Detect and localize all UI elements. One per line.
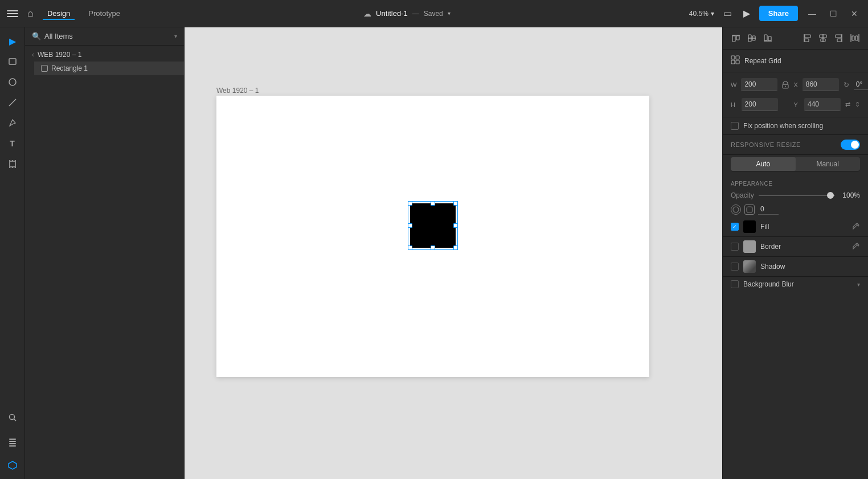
text-tool[interactable]: T [3, 134, 22, 153]
layers-search-bar: 🔍 All Items ▾ [25, 27, 184, 46]
bg-blur-expand-icon[interactable]: ▾ [857, 281, 860, 288]
home-button[interactable]: ⌂ [27, 7, 34, 19]
align-right-icon[interactable] [833, 32, 845, 44]
zoom-tool[interactable] [3, 408, 22, 427]
svg-rect-45 [747, 207, 752, 212]
align-left-icon[interactable] [801, 32, 813, 44]
minimize-button[interactable]: — [805, 8, 820, 19]
opacity-row: Opacity 100% [723, 189, 868, 202]
layer-group: ‹ WEB 1920 – 1 Rectangle 1 [25, 46, 184, 77]
topbar: ⌂ Design Prototype ☁ Untitled-1 — Saved … [0, 0, 868, 27]
align-center-h-icon[interactable] [817, 32, 829, 44]
artboard-label: Web 1920 – 1 [216, 87, 259, 95]
shadow-color-swatch[interactable] [743, 260, 756, 273]
handle-bot-mid[interactable] [431, 245, 435, 250]
svg-rect-26 [805, 39, 809, 42]
fill-checkbox[interactable] [731, 223, 739, 231]
x-input[interactable] [803, 78, 839, 91]
zoom-control[interactable]: 40.5% ▾ [689, 10, 714, 18]
w-label: W [731, 81, 736, 88]
width-input[interactable] [741, 78, 777, 91]
artboard-tool[interactable] [3, 155, 22, 173]
border-color-swatch[interactable] [743, 240, 756, 253]
resize-manual-tab[interactable]: Manual [796, 157, 861, 171]
shadow-label: Shadow [760, 263, 860, 271]
svg-rect-3 [10, 161, 15, 167]
svg-rect-32 [837, 39, 841, 42]
doc-dropdown[interactable]: ▾ [448, 10, 451, 17]
handle-bot-left[interactable] [408, 245, 412, 250]
distribute-h-icon[interactable] [849, 32, 861, 44]
resize-auto-tab[interactable]: Auto [731, 157, 796, 171]
svg-rect-14 [9, 439, 16, 440]
opacity-thumb [827, 192, 834, 199]
fill-eyedropper-icon[interactable] [852, 222, 860, 232]
rectangle-fill [410, 203, 456, 248]
layer-back-button[interactable]: ‹ [32, 51, 34, 59]
shadow-checkbox[interactable] [731, 263, 739, 271]
layer-item-name: Rectangle 1 [51, 64, 88, 72]
menu-button[interactable] [7, 8, 18, 19]
height-input[interactable] [742, 98, 778, 111]
fill-row: Fill [723, 217, 868, 237]
svg-point-1 [9, 79, 16, 85]
close-button[interactable]: ✕ [847, 8, 861, 19]
fix-position-checkbox[interactable] [731, 122, 739, 130]
opacity-slider[interactable] [759, 195, 835, 196]
bg-blur-label: Background Blur [743, 280, 853, 288]
selected-element-wrapper[interactable] [410, 203, 456, 248]
rotate-input[interactable] [854, 79, 868, 90]
handle-top-right[interactable] [453, 201, 458, 206]
border-radius-input[interactable] [758, 204, 779, 215]
ellipse-tool[interactable] [3, 73, 22, 91]
layer-group-header[interactable]: ‹ WEB 1920 – 1 [25, 48, 184, 62]
handle-mid-right[interactable] [453, 223, 458, 228]
select-tool[interactable]: ▶ [3, 32, 22, 50]
fill-color-swatch[interactable] [743, 220, 756, 233]
handle-mid-left[interactable] [408, 223, 412, 228]
svg-rect-31 [836, 35, 841, 38]
svg-rect-35 [855, 36, 858, 40]
align-bottom-icon[interactable] [761, 32, 774, 44]
x-label: X [793, 81, 797, 88]
repeat-grid-button[interactable]: Repeat Grid [723, 50, 868, 72]
topbar-left: ⌂ Design Prototype [7, 7, 125, 20]
fix-position-label: Fix position when scrolling [743, 122, 823, 130]
svg-point-43 [785, 85, 786, 87]
maximize-button[interactable]: ☐ [826, 8, 841, 19]
border-eyedropper-icon[interactable] [852, 242, 860, 252]
handle-top-mid[interactable] [431, 201, 435, 206]
align-top-icon[interactable] [730, 32, 742, 44]
play-button[interactable]: ▶ [741, 6, 752, 21]
width-x-row: W X ↻ [723, 75, 868, 95]
topbar-center: ☁ Untitled-1 — Saved ▾ [129, 9, 685, 18]
y-input[interactable] [804, 98, 841, 111]
device-preview-button[interactable]: ▭ [721, 6, 734, 21]
border-radius-square-icon[interactable] [744, 204, 755, 215]
pen-tool[interactable] [3, 114, 22, 132]
bg-blur-checkbox[interactable] [731, 280, 739, 288]
handle-top-left[interactable] [408, 201, 412, 206]
layers-panel-button[interactable] [3, 433, 22, 452]
tab-design[interactable]: Design [43, 7, 75, 20]
responsive-resize-toggle[interactable] [841, 140, 860, 150]
svg-line-11 [14, 419, 16, 421]
saved-badge: Saved [424, 10, 443, 18]
svg-rect-0 [9, 59, 16, 64]
height-y-row: H Y ⇄ ⇕ [723, 95, 868, 114]
topbar-right: 40.5% ▾ ▭ ▶ Share — ☐ ✕ [689, 6, 861, 21]
layer-item-rectangle1[interactable]: Rectangle 1 [34, 62, 184, 75]
border-radius-circle-icon[interactable] [731, 204, 741, 215]
share-button[interactable]: Share [759, 6, 798, 21]
plugins-button[interactable] [3, 456, 22, 474]
shadow-row: Shadow [723, 257, 868, 277]
canvas-area[interactable]: Web 1920 – 1 [185, 27, 722, 479]
zoom-dropdown-icon: ▾ [711, 10, 714, 18]
search-dropdown-icon[interactable]: ▾ [174, 33, 177, 39]
line-tool[interactable] [3, 93, 22, 112]
tab-prototype[interactable]: Prototype [84, 7, 125, 20]
border-checkbox[interactable] [731, 243, 739, 251]
align-middle-v-icon[interactable] [746, 32, 758, 44]
handle-bot-right[interactable] [453, 245, 458, 250]
rectangle-tool[interactable] [3, 52, 22, 71]
